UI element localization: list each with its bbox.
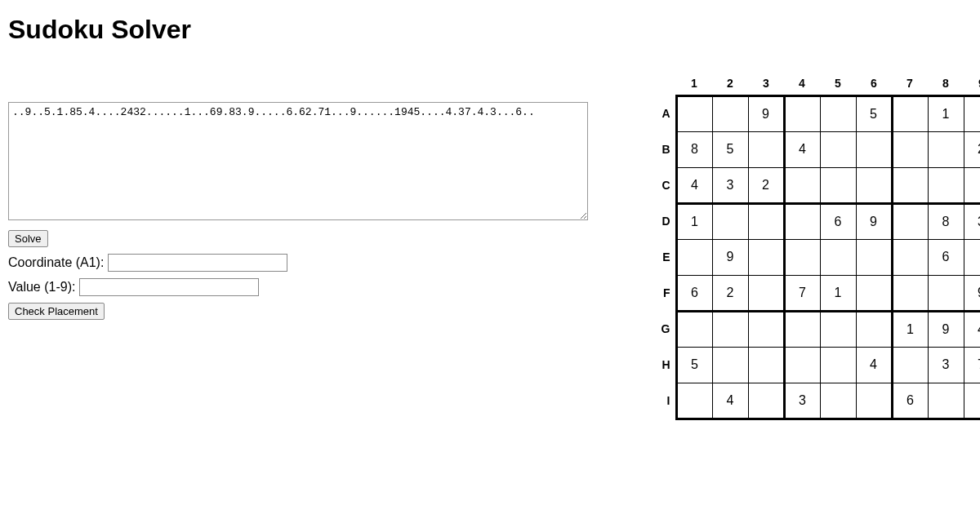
cell-F9[interactable]: 9 (964, 275, 980, 311)
cell-I4[interactable]: 3 (784, 383, 820, 419)
solve-button[interactable]: Solve (8, 230, 48, 247)
check-placement-button[interactable]: Check Placement (8, 303, 105, 320)
cell-B9[interactable]: 2 (964, 131, 980, 167)
cell-I3[interactable] (748, 383, 784, 419)
cell-B5[interactable] (820, 131, 856, 167)
cell-A3[interactable]: 9 (748, 95, 784, 131)
cell-B3[interactable] (748, 131, 784, 167)
cell-E4[interactable] (784, 239, 820, 275)
col-header-3: 3 (748, 73, 784, 95)
cell-E5[interactable] (820, 239, 856, 275)
cell-C9[interactable] (964, 167, 980, 203)
cell-C3[interactable]: 2 (748, 167, 784, 203)
cell-D8[interactable]: 8 (928, 203, 964, 239)
cell-A8[interactable]: 1 (928, 95, 964, 131)
cell-D9[interactable]: 3 (964, 203, 980, 239)
cell-E7[interactable] (892, 239, 928, 275)
cell-E8[interactable]: 6 (928, 239, 964, 275)
cell-D6[interactable]: 9 (856, 203, 892, 239)
cell-E1[interactable] (676, 239, 712, 275)
cell-G1[interactable] (676, 311, 712, 347)
cell-E6[interactable] (856, 239, 892, 275)
cell-G5[interactable] (820, 311, 856, 347)
cell-D7[interactable] (892, 203, 928, 239)
cell-G2[interactable] (712, 311, 748, 347)
cell-I1[interactable] (676, 383, 712, 419)
cell-G3[interactable] (748, 311, 784, 347)
coordinate-input[interactable] (108, 254, 287, 272)
cell-H7[interactable] (892, 347, 928, 383)
cell-B1[interactable]: 8 (676, 131, 712, 167)
cell-G6[interactable] (856, 311, 892, 347)
cell-C1[interactable]: 4 (676, 167, 712, 203)
row-header-E: E (657, 239, 676, 275)
cell-E9[interactable] (964, 239, 980, 275)
cell-I2[interactable]: 4 (712, 383, 748, 419)
cell-I8[interactable] (928, 383, 964, 419)
cell-C5[interactable] (820, 167, 856, 203)
cell-F1[interactable]: 6 (676, 275, 712, 311)
cell-G7[interactable]: 1 (892, 311, 928, 347)
cell-F8[interactable] (928, 275, 964, 311)
cell-A7[interactable] (892, 95, 928, 131)
col-header-4: 4 (784, 73, 820, 95)
cell-D3[interactable] (748, 203, 784, 239)
cell-D5[interactable]: 6 (820, 203, 856, 239)
cell-G4[interactable] (784, 311, 820, 347)
cell-B4[interactable]: 4 (784, 131, 820, 167)
cell-D1[interactable]: 1 (676, 203, 712, 239)
value-label: Value (1-9): (8, 280, 79, 294)
sudoku-grid-panel: 123456789A951B8542C432D16983E96F62719G19… (637, 69, 980, 420)
cell-A1[interactable] (676, 95, 712, 131)
page-title: Sudoku Solver (8, 15, 972, 45)
cell-C6[interactable] (856, 167, 892, 203)
cell-A9[interactable] (964, 95, 980, 131)
cell-C8[interactable] (928, 167, 964, 203)
cell-G9[interactable]: 4 (964, 311, 980, 347)
row-header-H: H (657, 347, 676, 383)
cell-H4[interactable] (784, 347, 820, 383)
cell-F3[interactable] (748, 275, 784, 311)
cell-E3[interactable] (748, 239, 784, 275)
puzzle-textarea[interactable] (8, 102, 588, 220)
cell-A4[interactable] (784, 95, 820, 131)
cell-D2[interactable] (712, 203, 748, 239)
cell-F7[interactable] (892, 275, 928, 311)
cell-C2[interactable]: 3 (712, 167, 748, 203)
cell-I5[interactable] (820, 383, 856, 419)
cell-F4[interactable]: 7 (784, 275, 820, 311)
cell-I6[interactable] (856, 383, 892, 419)
cell-E2[interactable]: 9 (712, 239, 748, 275)
cell-A6[interactable]: 5 (856, 95, 892, 131)
cell-B8[interactable] (928, 131, 964, 167)
cell-H9[interactable]: 7 (964, 347, 980, 383)
cell-H1[interactable]: 5 (676, 347, 712, 383)
row-header-D: D (657, 203, 676, 239)
cell-F5[interactable]: 1 (820, 275, 856, 311)
col-header-1: 1 (676, 73, 712, 95)
cell-F2[interactable]: 2 (712, 275, 748, 311)
value-input[interactable] (79, 278, 259, 296)
cell-I9[interactable] (964, 383, 980, 419)
col-header-6: 6 (856, 73, 892, 95)
cell-B7[interactable] (892, 131, 928, 167)
cell-F6[interactable] (856, 275, 892, 311)
cell-G8[interactable]: 9 (928, 311, 964, 347)
cell-H8[interactable]: 3 (928, 347, 964, 383)
cell-I7[interactable]: 6 (892, 383, 928, 419)
cell-C7[interactable] (892, 167, 928, 203)
cell-A2[interactable] (712, 95, 748, 131)
cell-B2[interactable]: 5 (712, 131, 748, 167)
row-header-G: G (657, 311, 676, 347)
coordinate-label: Coordinate (A1): (8, 255, 108, 269)
cell-H3[interactable] (748, 347, 784, 383)
cell-H6[interactable]: 4 (856, 347, 892, 383)
cell-D4[interactable] (784, 203, 820, 239)
cell-A5[interactable] (820, 95, 856, 131)
cell-C4[interactable] (784, 167, 820, 203)
cell-B6[interactable] (856, 131, 892, 167)
row-header-F: F (657, 275, 676, 311)
cell-H2[interactable] (712, 347, 748, 383)
col-header-5: 5 (820, 73, 856, 95)
cell-H5[interactable] (820, 347, 856, 383)
